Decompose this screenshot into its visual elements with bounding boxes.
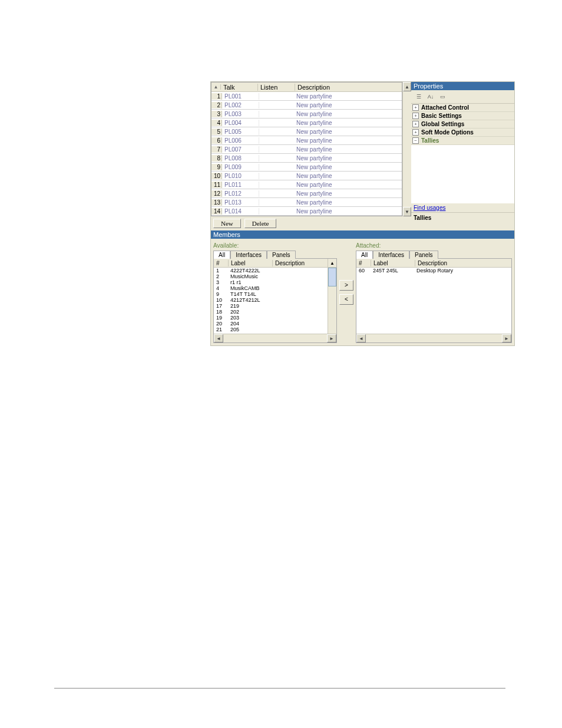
table-row[interactable]: 3PL003New partyline	[211, 110, 402, 118]
alphabetical-icon[interactable]: A↓	[425, 91, 436, 102]
col-desc[interactable]: Description	[273, 260, 328, 266]
list-item[interactable]: 21205	[214, 327, 336, 332]
expand-icon[interactable]: +	[412, 113, 419, 119]
cell-talk[interactable]: PL005	[222, 129, 259, 135]
cell-description[interactable]: New partyline	[294, 199, 402, 206]
property-category[interactable]: −Tallies	[411, 137, 514, 145]
list-item[interactable]: 60245T 245LDesktop Rotary	[356, 268, 511, 274]
cell-talk[interactable]: PL008	[222, 155, 259, 162]
list-item[interactable]: 4MusikCAMB	[214, 285, 336, 291]
cell-description[interactable]: New partyline	[294, 137, 402, 144]
move-left-button[interactable]: <	[339, 294, 353, 305]
table-row[interactable]: 12PL012New partyline	[211, 189, 402, 198]
table-row[interactable]: 8PL008New partyline	[211, 154, 402, 163]
find-usages-link[interactable]: Find usages	[411, 203, 514, 212]
property-category[interactable]: +Global Settings	[411, 120, 514, 129]
cell-talk[interactable]: PL001	[222, 93, 259, 100]
property-pages-icon[interactable]: ▭	[437, 91, 448, 102]
list-item[interactable]: 19203	[214, 315, 336, 321]
table-row[interactable]: 11PL011New partyline	[211, 180, 402, 189]
scroll-left-icon[interactable]: ◄	[214, 334, 223, 342]
cell-description[interactable]: New partyline	[294, 208, 402, 215]
cell-talk[interactable]: PL009	[222, 164, 259, 170]
table-row[interactable]: 5PL005New partyline	[211, 127, 402, 136]
move-right-button[interactable]: >	[339, 280, 353, 291]
cell-talk[interactable]: PL010	[222, 173, 259, 179]
cell-talk[interactable]: PL011	[222, 182, 259, 188]
list-item[interactable]: 3r1 r1	[214, 279, 336, 285]
scroll-track[interactable]	[366, 334, 502, 342]
cell-description[interactable]: New partyline	[294, 173, 402, 179]
col-description[interactable]: Description	[295, 84, 402, 91]
col-label[interactable]: Label	[371, 260, 415, 266]
attached-list[interactable]: # Label Description 60245T 245LDesktop R…	[356, 258, 512, 343]
cell-description[interactable]: New partyline	[294, 93, 402, 100]
sort-up-icon[interactable]: ▲	[211, 84, 221, 90]
cell-description[interactable]: New partyline	[294, 120, 402, 126]
list-item[interactable]: 9T14T T14L	[214, 291, 336, 297]
col-num[interactable]: #	[356, 260, 371, 266]
tab-all[interactable]: All	[213, 251, 230, 259]
new-button[interactable]: New	[213, 219, 241, 228]
cell-description[interactable]: New partyline	[294, 190, 402, 197]
table-row[interactable]: 2PL002New partyline	[211, 101, 402, 110]
table-row[interactable]: 9PL009New partyline	[211, 163, 402, 172]
list-item[interactable]: 14222T4222L	[214, 268, 336, 274]
available-list[interactable]: # Label Description ▲ 14222T4222L2MusicM…	[213, 258, 337, 343]
cell-talk[interactable]: PL012	[222, 190, 259, 197]
cell-talk[interactable]: PL013	[222, 199, 259, 206]
scroll-up-icon[interactable]: ▲	[328, 259, 336, 267]
scroll-up-icon[interactable]: ▲	[403, 82, 411, 91]
cell-talk[interactable]: PL003	[222, 111, 259, 117]
tab-interfaces[interactable]: Interfaces	[230, 251, 267, 259]
tab-all[interactable]: All	[356, 251, 373, 259]
cell-talk[interactable]: PL002	[222, 102, 259, 108]
col-talk[interactable]: Talk	[221, 84, 258, 91]
cell-description[interactable]: New partyline	[294, 111, 402, 117]
scroll-right-icon[interactable]: ►	[327, 334, 336, 342]
tab-panels[interactable]: Panels	[409, 251, 438, 259]
expand-icon[interactable]: +	[412, 129, 419, 136]
col-label[interactable]: Label	[229, 260, 273, 266]
table-row[interactable]: 7PL007New partyline	[211, 145, 402, 154]
horizontal-scrollbar[interactable]: ◄ ►	[214, 334, 336, 342]
list-item[interactable]: 22206	[214, 332, 336, 334]
categorized-icon[interactable]: ☰	[414, 91, 424, 102]
property-category[interactable]: +Attached Control	[411, 104, 514, 112]
table-row[interactable]: 6PL006New partyline	[211, 136, 402, 145]
expand-icon[interactable]: +	[412, 104, 419, 111]
collapse-icon[interactable]: −	[412, 137, 419, 144]
tab-panels[interactable]: Panels	[267, 251, 296, 259]
scroll-track[interactable]	[403, 91, 411, 207]
table-row[interactable]: 13PL013New partyline	[211, 198, 402, 207]
col-num[interactable]: #	[214, 260, 229, 266]
table-row[interactable]: 10PL010New partyline	[211, 172, 402, 180]
scroll-down-icon[interactable]: ▼	[403, 207, 411, 216]
table-row[interactable]: 14PL014New partyline	[211, 207, 402, 216]
cell-description[interactable]: New partyline	[294, 102, 402, 108]
cell-talk[interactable]: PL004	[222, 120, 259, 126]
expand-icon[interactable]: +	[412, 121, 419, 127]
list-item[interactable]: 20204	[214, 321, 336, 327]
cell-description[interactable]: New partyline	[294, 129, 402, 135]
col-listen[interactable]: Listen	[258, 84, 295, 91]
cell-description[interactable]: New partyline	[294, 146, 402, 153]
cell-talk[interactable]: PL014	[222, 208, 259, 215]
table-row[interactable]: 1PL001New partyline	[211, 92, 402, 101]
list-item[interactable]: 17219	[214, 303, 336, 309]
cell-talk[interactable]: PL007	[222, 146, 259, 153]
list-item[interactable]: 104212T4212L	[214, 297, 336, 303]
table-row[interactable]: 4PL004New partyline	[211, 118, 402, 127]
vertical-scrollbar[interactable]: ▲ ▼	[402, 82, 411, 216]
list-item[interactable]: 18202	[214, 309, 336, 315]
tab-interfaces[interactable]: Interfaces	[373, 251, 409, 259]
cell-talk[interactable]: PL006	[222, 137, 259, 144]
horizontal-scrollbar[interactable]: ◄ ►	[356, 334, 511, 342]
scroll-track[interactable]	[223, 334, 327, 342]
vertical-scrollbar[interactable]	[328, 268, 336, 334]
cell-description[interactable]: New partyline	[294, 155, 402, 162]
scroll-right-icon[interactable]: ►	[502, 334, 511, 342]
delete-button[interactable]: Delete	[244, 219, 277, 228]
cell-description[interactable]: New partyline	[294, 182, 402, 188]
col-desc[interactable]: Description	[415, 260, 511, 266]
